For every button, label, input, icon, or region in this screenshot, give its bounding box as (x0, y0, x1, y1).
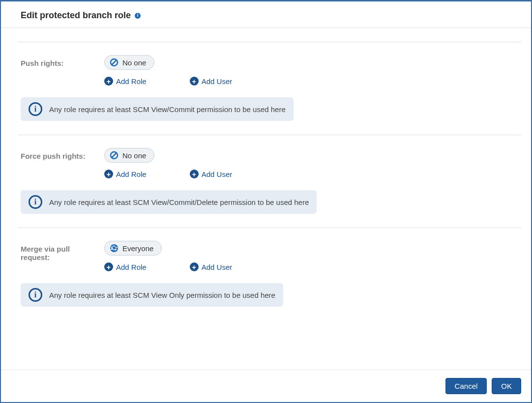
info-box: i Any role requires at least SCM View On… (21, 283, 283, 307)
info-icon[interactable]: i (135, 13, 141, 19)
divider (18, 42, 521, 42)
plus-icon: + (104, 170, 113, 178)
plus-icon: + (104, 262, 113, 271)
link-label: Add Role (116, 77, 147, 86)
plus-icon: + (104, 77, 113, 86)
selected-pill-no-one[interactable]: No one (104, 148, 154, 163)
dialog: Edit protected branch role i Push rights… (0, 0, 532, 403)
no-entry-icon (110, 151, 118, 160)
section-force-push-rights: Force push rights: No one (21, 148, 521, 178)
info-icon: i (29, 195, 42, 209)
link-label: Add User (202, 77, 233, 86)
section-merge-via-pr: Merge via pull request: (21, 241, 521, 271)
plus-icon: + (190, 77, 199, 86)
globe-icon (110, 244, 118, 253)
divider (18, 228, 521, 228)
svg-line-3 (112, 153, 117, 158)
scroll-area[interactable]: Push rights: No one (1, 28, 531, 370)
dialog-footer: Cancel OK (1, 370, 531, 402)
svg-point-6 (115, 249, 117, 250)
add-user-link[interactable]: + Add User (190, 170, 233, 178)
link-label: Add User (202, 263, 233, 271)
no-entry-icon (110, 58, 118, 67)
svg-line-1 (112, 60, 117, 65)
pill-label: No one (122, 151, 146, 160)
info-icon: i (29, 288, 42, 302)
plus-icon: + (190, 262, 199, 271)
link-label: Add Role (116, 170, 147, 178)
info-text: Any role requires at least SCM View Only… (49, 291, 275, 299)
info-text: Any role requires at least SCM View/Comm… (49, 198, 309, 206)
add-user-link[interactable]: + Add User (190, 262, 233, 271)
add-user-link[interactable]: + Add User (190, 77, 233, 86)
cancel-button[interactable]: Cancel (445, 378, 487, 394)
add-role-link[interactable]: + Add Role (104, 77, 147, 86)
plus-icon: + (190, 170, 199, 178)
info-box: i Any role requires at least SCM View/Co… (21, 190, 317, 214)
link-label: Add User (202, 170, 233, 178)
dialog-body: Push rights: No one (1, 28, 531, 370)
pill-label: No one (122, 58, 146, 67)
info-text: Any role requires at least SCM View/Comm… (49, 105, 286, 114)
info-icon: i (29, 102, 42, 116)
info-box: i Any role requires at least SCM View/Co… (21, 97, 294, 121)
field-label: Push rights: (21, 55, 94, 86)
dialog-title: Edit protected branch role (21, 10, 131, 21)
ok-button[interactable]: OK (492, 378, 521, 394)
section-push-rights: Push rights: No one (21, 55, 521, 86)
add-role-link[interactable]: + Add Role (104, 170, 147, 178)
dialog-header: Edit protected branch role i (1, 1, 531, 28)
field-label: Force push rights: (21, 148, 94, 178)
pill-label: Everyone (122, 244, 153, 253)
field-label: Merge via pull request: (21, 241, 94, 271)
svg-point-5 (111, 248, 113, 249)
link-label: Add Role (116, 263, 147, 271)
add-role-link[interactable]: + Add Role (104, 262, 147, 271)
divider (18, 135, 521, 135)
selected-pill-everyone[interactable]: Everyone (104, 241, 162, 256)
selected-pill-no-one[interactable]: No one (104, 55, 154, 70)
